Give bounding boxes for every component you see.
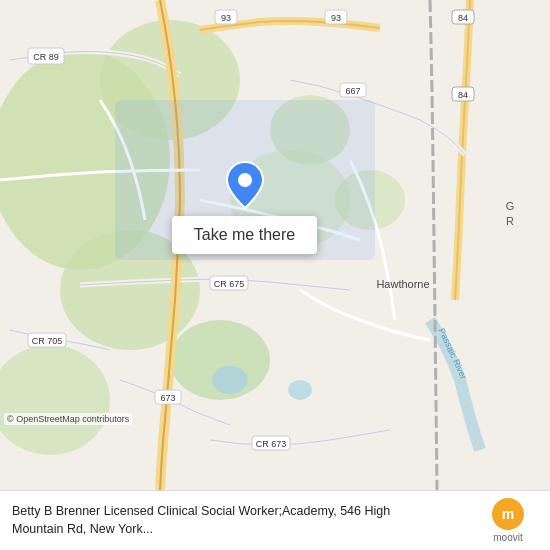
location-pin-icon: [220, 160, 270, 210]
svg-text:667: 667: [345, 86, 360, 96]
bottom-bar: Betty B Brenner Licensed Clinical Social…: [0, 490, 550, 550]
svg-point-9: [212, 366, 248, 394]
osm-credit: © OpenStreetMap contributors: [4, 413, 132, 425]
svg-text:84: 84: [458, 13, 468, 23]
moovit-logo-text: moovit: [493, 532, 522, 543]
svg-text:84: 84: [458, 90, 468, 100]
svg-point-35: [238, 173, 252, 187]
take-me-there-button[interactable]: Take me there: [172, 216, 317, 254]
svg-text:R: R: [506, 215, 514, 227]
svg-text:G: G: [506, 200, 515, 212]
take-me-there-container: Take me there: [127, 160, 362, 254]
map-container: CR 89 93 93 84 84 667 CR 675 CR 705 673 …: [0, 0, 550, 490]
svg-text:CR 705: CR 705: [32, 336, 63, 346]
svg-text:673: 673: [160, 393, 175, 403]
svg-text:CR 89: CR 89: [33, 52, 59, 62]
svg-text:93: 93: [221, 13, 231, 23]
svg-point-10: [288, 380, 312, 400]
svg-text:CR 673: CR 673: [256, 439, 287, 449]
svg-text:Hawthorne: Hawthorne: [376, 278, 429, 290]
svg-text:CR 675: CR 675: [214, 279, 245, 289]
place-description: Betty B Brenner Licensed Clinical Social…: [12, 503, 442, 538]
moovit-logo-icon: m: [492, 498, 524, 530]
svg-text:93: 93: [331, 13, 341, 23]
moovit-logo: m moovit: [478, 498, 538, 543]
